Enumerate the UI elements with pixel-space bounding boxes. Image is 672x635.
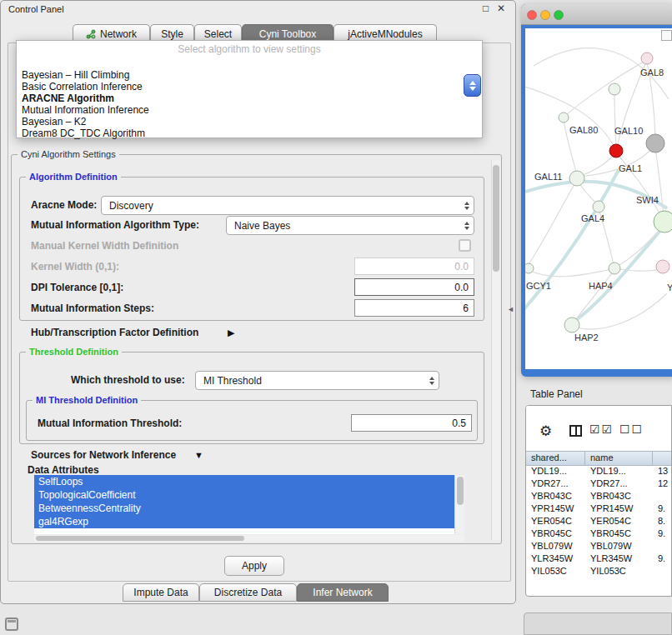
table-row[interactable]: YBR045CYBR045C9.: [526, 528, 672, 540]
table-row[interactable]: YBR043CYBR043C: [526, 490, 672, 502]
algorithm-combo-button[interactable]: [464, 74, 481, 97]
docked-window-icon[interactable]: [5, 618, 18, 631]
attributes-hscrollbar-thumb[interactable]: [36, 536, 244, 541]
kernel-width-label: Kernel Width (0,1):: [31, 261, 119, 272]
network-node[interactable]: [641, 52, 653, 64]
attributes-scrollbar-thumb[interactable]: [457, 477, 464, 505]
which-threshold-label: Which threshold to use:: [71, 374, 185, 386]
close-icon[interactable]: ✕: [497, 2, 505, 14]
network-node-selected[interactable]: [609, 144, 623, 158]
algorithm-option[interactable]: Dream8 DC_TDC Algorithm: [20, 128, 472, 139]
network-node[interactable]: [593, 201, 604, 212]
node-label: GAL8: [640, 68, 664, 78]
hub-expander-icon[interactable]: ▶: [228, 328, 234, 338]
table-row[interactable]: YDL19...YDL19...13: [526, 465, 672, 478]
network-window-titlebar[interactable]: [521, 4, 672, 25]
column-header[interactable]: [653, 452, 672, 465]
columns-icon[interactable]: [569, 425, 582, 437]
network-view-window: GAL8 GAL80 GAL10 GAL11 GAL1 SWI4 GAL4 GC…: [521, 4, 672, 377]
manual-kernel-checkbox[interactable]: [459, 239, 471, 252]
arrow-up-icon: [469, 81, 476, 85]
sources-label: Sources for Network Inference: [31, 449, 176, 461]
tab-select-label: Select: [204, 28, 232, 40]
sources-expander-icon[interactable]: ▼: [194, 450, 203, 460]
mi-threshold-field[interactable]: [351, 414, 472, 432]
network-node[interactable]: [654, 211, 672, 232]
apply-button[interactable]: Apply: [224, 556, 284, 576]
list-item[interactable]: TopologicalCoefficient: [34, 488, 454, 502]
network-node[interactable]: [525, 263, 534, 273]
table-row[interactable]: YPR145WYPR145W9.: [526, 502, 672, 515]
mi-steps-label: Mutual Information Steps:: [31, 302, 154, 314]
combo-arrows-icon: [464, 222, 469, 230]
network-node[interactable]: [609, 83, 620, 95]
column-header[interactable]: name: [585, 452, 653, 465]
network-edge: [565, 60, 647, 116]
settings-scrollbar[interactable]: [491, 160, 500, 540]
table-header-row: shared... name: [526, 451, 672, 466]
node-label: GCY1: [526, 281, 551, 291]
node-label: GAL4: [581, 213, 604, 223]
table-row[interactable]: YER054CYER054C8.: [526, 515, 672, 528]
network-node-hub[interactable]: [646, 134, 664, 152]
panel-collapse-arrow-icon[interactable]: ◄: [507, 305, 514, 313]
list-item[interactable]: gal4RGexp: [34, 515, 454, 528]
table-row[interactable]: YBL079WYBL079W: [526, 540, 672, 552]
table-row[interactable]: YDR27...YDR27...12: [526, 478, 672, 490]
mi-type-select[interactable]: Naive Bayes: [226, 216, 474, 235]
algorithm-option[interactable]: Bayesian – Hill Climbing: [20, 69, 472, 81]
mi-type-label: Mutual Information Algorithm Type:: [31, 219, 199, 231]
which-threshold-select[interactable]: MI Threshold: [195, 371, 439, 390]
aracne-mode-label: Aracne Mode:: [31, 199, 97, 211]
control-panel-window: Control Panel □ ✕ Network Style Select C…: [0, 0, 516, 604]
gear-icon[interactable]: ⚙: [539, 422, 552, 440]
list-item[interactable]: SelfLoops: [34, 475, 454, 488]
mac-close-button[interactable]: [528, 11, 537, 20]
kernel-width-field[interactable]: [354, 258, 474, 275]
network-node[interactable]: [569, 171, 584, 186]
table-row[interactable]: YIL053CYIL053C: [526, 565, 672, 578]
mi-threshold-group-title: MI Threshold Definition: [33, 395, 141, 405]
network-edge: [617, 225, 664, 267]
network-edge: [614, 91, 616, 149]
network-edge: [574, 270, 614, 322]
select-all-checkboxes-icon[interactable]: ☑☑: [589, 422, 614, 436]
algorithm-option[interactable]: Basic Correlation Inference: [20, 81, 472, 92]
algorithm-option[interactable]: Bayesian – K2: [20, 116, 472, 128]
data-attributes-list[interactable]: SelfLoops TopologicalCoefficient Between…: [34, 475, 464, 534]
network-node[interactable]: [656, 260, 669, 273]
attributes-hscrollbar[interactable]: [34, 535, 464, 542]
deselect-all-checkboxes-icon[interactable]: ☐☐: [619, 422, 644, 436]
algorithm-option[interactable]: Mutual Information Inference: [20, 104, 472, 116]
column-header[interactable]: shared...: [526, 452, 585, 465]
network-canvas[interactable]: GAL8 GAL80 GAL10 GAL11 GAL1 SWI4 GAL4 GC…: [525, 28, 672, 369]
aracne-mode-value: Discovery: [109, 200, 464, 212]
tab-jactivemodules-label: jActiveMNodules: [348, 28, 422, 40]
canvas-scroll-corner[interactable]: [661, 30, 672, 41]
mi-steps-field[interactable]: [354, 299, 474, 317]
dpi-tolerance-field[interactable]: [354, 278, 474, 296]
tab-impute-data[interactable]: Impute Data: [123, 583, 199, 602]
mac-minimize-button[interactable]: [541, 11, 550, 20]
list-item[interactable]: BetweennessCentrality: [34, 502, 454, 515]
network-graph[interactable]: GAL8 GAL80 GAL10 GAL11 GAL1 SWI4 GAL4 GC…: [525, 28, 672, 369]
tab-network-label: Network: [100, 28, 137, 40]
network-node[interactable]: [609, 262, 620, 274]
table-row[interactable]: YLR345WYLR345W9.: [526, 552, 672, 565]
mac-zoom-button[interactable]: [554, 11, 564, 20]
network-edge: [529, 269, 612, 277]
threshold-group-title: Threshold Definition: [26, 347, 122, 357]
node-label: GAL1: [619, 163, 642, 173]
network-node[interactable]: [559, 112, 569, 122]
tab-infer-network[interactable]: Infer Network: [297, 583, 389, 602]
tab-discretize-data[interactable]: Discretize Data: [199, 583, 297, 602]
desktop: Control Panel □ ✕ Network Style Select C…: [0, 0, 672, 635]
data-attributes-label: Data Attributes: [28, 464, 99, 476]
algorithm-option-selected[interactable]: ARACNE Algorithm: [20, 92, 472, 104]
network-node[interactable]: [564, 318, 579, 332]
attributes-scrollbar[interactable]: [454, 475, 464, 534]
aracne-mode-select[interactable]: Discovery: [101, 196, 474, 215]
float-window-icon[interactable]: □: [483, 2, 489, 14]
settings-scrollbar-thumb[interactable]: [493, 165, 499, 272]
control-panel-title: Control Panel: [8, 4, 64, 14]
